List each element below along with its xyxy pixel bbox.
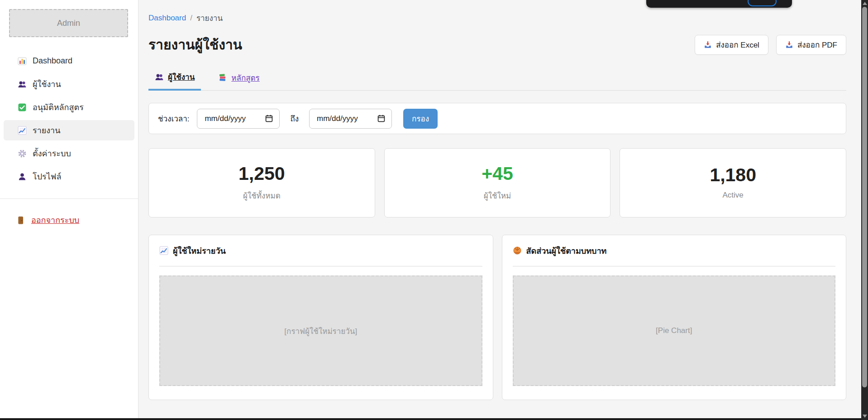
scroll-up-icon[interactable] xyxy=(863,2,867,5)
line-chart-icon xyxy=(159,246,168,255)
stat-card-new-users: +45 ผู้ใช้ใหม่ xyxy=(384,148,611,217)
notification-toast[interactable] xyxy=(646,0,792,8)
chart-placeholder-pie: [Pie Chart] xyxy=(513,275,836,386)
sidebar-item-label: โปรไฟล์ xyxy=(33,170,62,183)
end-date-value: mm/dd/yyyy xyxy=(317,114,358,123)
sidebar-item-label: ตั้งค่าระบบ xyxy=(33,147,71,160)
stats-row: 1,250 ผู้ใช้ทั้งหมด +45 ผู้ใช้ใหม่ 1,180… xyxy=(148,148,846,217)
stat-value: +45 xyxy=(482,164,513,183)
inbox-tray-icon xyxy=(785,41,793,49)
calendar-icon[interactable] xyxy=(377,115,385,122)
logout-link[interactable]: ออกจากระบบ xyxy=(0,213,138,227)
to-label: ถึง xyxy=(290,112,299,125)
breadcrumb-dashboard-link[interactable]: Dashboard xyxy=(148,14,186,23)
end-date-input[interactable]: mm/dd/yyyy xyxy=(309,109,392,129)
scroll-down-icon[interactable] xyxy=(863,415,867,418)
app-window: Admin Dashboard ผู้ใช้งาน อนุมัติหลักสูต… xyxy=(0,0,868,420)
start-date-value: mm/dd/yyyy xyxy=(205,114,246,123)
sidebar-item-dashboard[interactable]: Dashboard xyxy=(4,51,134,71)
calendar-icon[interactable] xyxy=(265,115,273,122)
filter-panel: ช่วงเวลา: mm/dd/yyyy ถึง mm/dd/yyyy กรอง xyxy=(148,103,846,134)
sidebar-item-label: ผู้ใช้งาน xyxy=(33,77,61,91)
sidebar: Admin Dashboard ผู้ใช้งาน อนุมัติหลักสูต… xyxy=(0,0,138,420)
pie-icon xyxy=(513,246,522,255)
stat-card-active-users: 1,180 Active xyxy=(620,148,846,217)
chart-placeholder-daily-new-users: [กราฟผู้ใช้ใหม่รายวัน] xyxy=(159,275,482,386)
breadcrumb: Dashboard / รายงาน xyxy=(148,12,846,24)
tab-bar: ผู้ใช้งาน หลักสูตร xyxy=(148,71,846,91)
stat-label: Active xyxy=(723,191,744,200)
bar-chart-icon xyxy=(18,57,27,66)
scrollbar-thumb[interactable] xyxy=(862,7,867,387)
logo-label: Admin xyxy=(57,19,80,28)
title-row: รายงานผู้ใช้งาน ส่งออก Excel ส่งออก PDF xyxy=(148,34,846,55)
main-content: Dashboard / รายงาน รายงานผู้ใช้งาน ส่งออ… xyxy=(138,0,861,420)
export-excel-label: ส่งออก Excel xyxy=(716,39,759,51)
sidebar-item-reports[interactable]: รายงาน xyxy=(4,120,134,140)
inbox-tray-icon xyxy=(704,41,712,49)
tab-courses-label: หลักสูตร xyxy=(231,72,259,84)
sidebar-item-approve-courses[interactable]: อนุมัติหลักสูตร xyxy=(4,97,134,117)
export-buttons: ส่งออก Excel ส่งออก PDF xyxy=(695,35,846,55)
charts-row: ผู้ใช้ใหม่รายวัน [กราฟผู้ใช้ใหม่รายวัน] … xyxy=(148,235,846,400)
sidebar-item-profile[interactable]: โปรไฟล์ xyxy=(4,166,134,187)
users-icon xyxy=(18,80,27,89)
sidebar-item-users[interactable]: ผู้ใช้งาน xyxy=(4,74,134,94)
scrollbar[interactable] xyxy=(861,0,868,420)
logout-label: ออกจากระบบ xyxy=(31,213,79,227)
filter-button[interactable]: กรอง xyxy=(403,109,438,129)
chart-placeholder-text: [Pie Chart] xyxy=(656,326,692,335)
chart-placeholder-text: [กราฟผู้ใช้ใหม่รายวัน] xyxy=(284,325,357,337)
users-icon xyxy=(155,72,164,82)
stat-value: 1,180 xyxy=(710,166,756,184)
export-pdf-label: ส่งออก PDF xyxy=(797,39,837,51)
chart-header: ผู้ใช้ใหม่รายวัน xyxy=(159,235,482,266)
chart-card-users-by-role: สัดส่วนผู้ใช้ตามบทบาท [Pie Chart] xyxy=(502,235,847,400)
line-chart-icon xyxy=(18,126,27,135)
stat-value: 1,250 xyxy=(238,164,285,183)
logo-admin: Admin xyxy=(9,9,128,37)
chart-title: สัดส่วนผู้ใช้ตามบทบาท xyxy=(526,244,607,257)
tab-users-label: ผู้ใช้งาน xyxy=(168,71,195,83)
check-icon xyxy=(18,103,27,112)
page-title: รายงานผู้ใช้งาน xyxy=(148,34,242,55)
books-icon xyxy=(218,73,227,82)
tab-users[interactable]: ผู้ใช้งาน xyxy=(148,71,201,91)
export-pdf-button[interactable]: ส่งออก PDF xyxy=(776,35,846,55)
stat-label: ผู้ใช้ใหม่ xyxy=(484,189,511,202)
person-icon xyxy=(18,172,27,181)
sidebar-nav: Dashboard ผู้ใช้งาน อนุมัติหลักสูตร รายง… xyxy=(0,51,138,187)
gear-icon xyxy=(18,149,27,158)
chart-title: ผู้ใช้ใหม่รายวัน xyxy=(173,244,226,257)
stat-label: ผู้ใช้ทั้งหมด xyxy=(243,189,281,202)
sidebar-item-label: อนุมัติหลักสูตร xyxy=(33,101,84,114)
start-date-input[interactable]: mm/dd/yyyy xyxy=(197,109,280,129)
chart-card-daily-new-users: ผู้ใช้ใหม่รายวัน [กราฟผู้ใช้ใหม่รายวัน] xyxy=(148,235,493,400)
sidebar-divider xyxy=(0,198,138,199)
sidebar-item-settings[interactable]: ตั้งค่าระบบ xyxy=(4,143,134,164)
sidebar-item-label: Dashboard xyxy=(33,56,72,66)
breadcrumb-current: รายงาน xyxy=(196,12,223,24)
breadcrumb-separator: / xyxy=(190,14,192,23)
window-bottom-edge xyxy=(0,418,861,420)
tab-courses[interactable]: หลักสูตร xyxy=(212,71,266,90)
export-excel-button[interactable]: ส่งออก Excel xyxy=(695,35,768,55)
date-range-label: ช่วงเวลา: xyxy=(158,112,189,125)
sidebar-item-label: รายงาน xyxy=(33,124,61,137)
toast-button-outline[interactable] xyxy=(748,0,777,6)
stat-card-total-users: 1,250 ผู้ใช้ทั้งหมด xyxy=(148,148,375,217)
chart-header: สัดส่วนผู้ใช้ตามบทบาท xyxy=(513,235,836,266)
door-icon xyxy=(16,216,25,225)
